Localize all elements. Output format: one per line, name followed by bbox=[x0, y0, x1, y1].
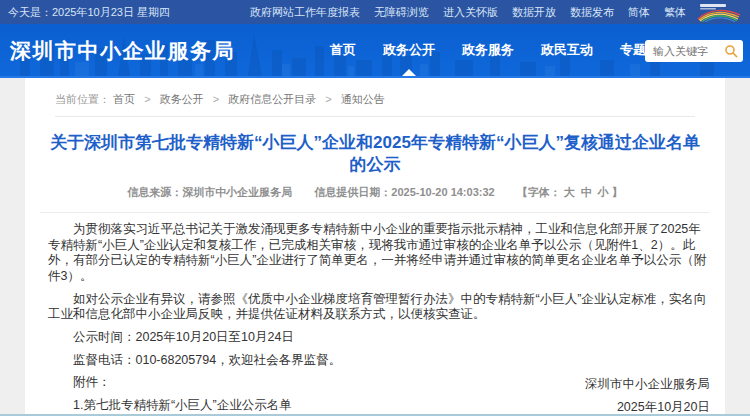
content-background: 当前位置： 首页 > 政务公开 > 政府信息公开目录 > 通知公告 关于深圳市第… bbox=[0, 78, 750, 414]
breadcrumb-separator: > bbox=[144, 93, 150, 105]
active-tab-arrow-icon bbox=[402, 69, 416, 76]
meta-source-label: 信息来源： bbox=[127, 186, 182, 198]
link-accessibility[interactable]: 无障碍浏览 bbox=[374, 5, 429, 20]
current-date-text: 今天是：2025年10月23日 星期四 bbox=[8, 5, 170, 20]
meta-date-value: 2025-10-20 14:03:32 bbox=[391, 186, 494, 198]
breadcrumb-gov-disclosure[interactable]: 政务公开 bbox=[160, 93, 204, 105]
breadcrumb-notices[interactable]: 通知公告 bbox=[341, 93, 385, 105]
link-data-release[interactable]: 数据发布 bbox=[570, 5, 614, 20]
article-meta-bar: 信息来源：深圳市中小企业服务局信息提供日期：2025-10-20 14:03:3… bbox=[25, 185, 725, 200]
paragraph-publicity-period: 公示时间：2025年10月20日至10月24日 bbox=[48, 330, 710, 346]
breadcrumb-home[interactable]: 首页 bbox=[113, 93, 135, 105]
site-title: 深圳市中小企业服务局 bbox=[10, 37, 235, 65]
article-panel: 当前位置： 首页 > 政务公开 > 政府信息公开目录 > 通知公告 关于深圳市第… bbox=[25, 78, 725, 414]
breadcrumb: 当前位置： 首页 > 政务公开 > 政府信息公开目录 > 通知公告 bbox=[25, 78, 725, 116]
meta-font-close: 】 bbox=[612, 186, 623, 198]
site-header: 深圳市中小企业服务局 首页 政务公开 政务服务 政民互动 专题专栏 bbox=[0, 24, 750, 78]
nav-public-interaction[interactable]: 政民互动 bbox=[541, 41, 593, 59]
breadcrumb-info-catalog[interactable]: 政府信息公开目录 bbox=[228, 93, 316, 105]
link-care-version[interactable]: 进入关怀版 bbox=[443, 5, 498, 20]
nav-gov-disclosure[interactable]: 政务公开 bbox=[383, 41, 435, 59]
shenzhen-gov-rainbow-logo-icon bbox=[696, 2, 742, 22]
paragraph-intro: 为贯彻落实习近平总书记关于激发涌现更多专精特新中小企业的重要指示批示精神，工业和… bbox=[48, 222, 710, 285]
paragraph-supervision-phone: 监督电话：010-68205794，欢迎社会各界监督。 bbox=[48, 353, 710, 369]
signature-org: 深圳市中小企业服务局 bbox=[585, 376, 710, 393]
search-icon[interactable] bbox=[724, 44, 738, 58]
link-open-data[interactable]: 数据开放 bbox=[512, 5, 556, 20]
font-size-medium-button[interactable]: 中 bbox=[581, 186, 592, 198]
breadcrumb-separator: > bbox=[325, 93, 331, 105]
signature-date: 2025年10月20日 bbox=[585, 399, 710, 416]
link-annual-report[interactable]: 政府网站工作年度报表 bbox=[250, 5, 360, 20]
meta-font-label: 【字体： bbox=[517, 186, 561, 198]
nav-home[interactable]: 首页 bbox=[330, 41, 356, 59]
font-size-small-button[interactable]: 小 bbox=[598, 186, 609, 198]
breadcrumb-divider bbox=[55, 116, 695, 117]
signature-block: 深圳市中小企业服务局 2025年10月20日 bbox=[585, 376, 710, 416]
article-title: 关于深圳市第七批专精特新“小巨人”企业和2025年专精特新“小巨人”复核通过企业… bbox=[45, 132, 705, 176]
paragraph-objection: 如对公示企业有异议，请参照《优质中小企业梯度培育管理暂行办法》中的专精特新“小巨… bbox=[48, 292, 710, 323]
meta-date-label: 信息提供日期： bbox=[314, 186, 391, 198]
breadcrumb-prefix: 当前位置： bbox=[55, 93, 110, 105]
main-navigation: 首页 政务公开 政务服务 政民互动 专题专栏 bbox=[330, 24, 672, 76]
link-simplified-chinese[interactable]: 简体 bbox=[628, 5, 650, 20]
nav-gov-services[interactable]: 政务服务 bbox=[462, 41, 514, 59]
link-traditional-chinese[interactable]: 繁体 bbox=[664, 5, 686, 20]
topbar-links: 政府网站工作年度报表 无障碍浏览 进入关怀版 数据开放 数据发布 简体 繁体 bbox=[236, 2, 742, 22]
font-size-large-button[interactable]: 大 bbox=[564, 186, 575, 198]
breadcrumb-separator: > bbox=[213, 93, 219, 105]
meta-source-value: 深圳市中小企业服务局 bbox=[182, 186, 292, 198]
site-search bbox=[645, 40, 743, 62]
top-utility-bar: 今天是：2025年10月23日 星期四 政府网站工作年度报表 无障碍浏览 进入关… bbox=[0, 0, 750, 24]
